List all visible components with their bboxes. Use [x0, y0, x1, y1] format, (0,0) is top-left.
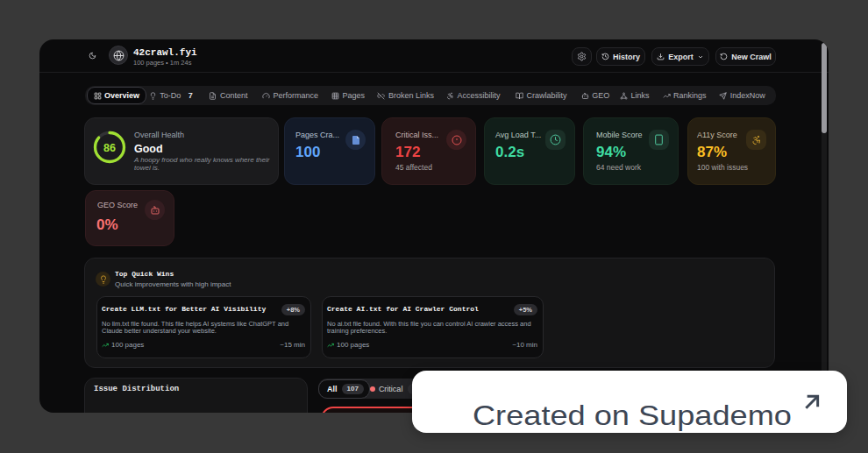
svg-text:86: 86	[103, 142, 116, 154]
